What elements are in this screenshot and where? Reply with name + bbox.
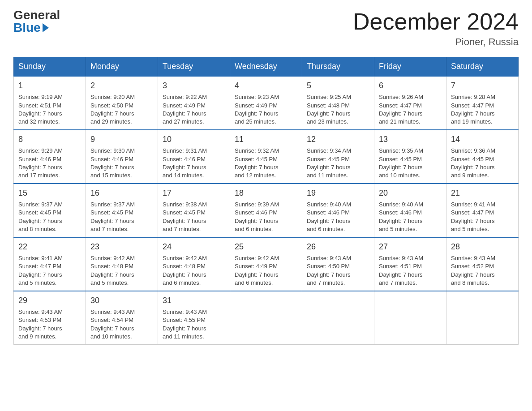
- weekday-header-tuesday: Tuesday: [158, 57, 230, 77]
- day-info: Sunrise: 9:43 AM Sunset: 4:52 PM Dayligh…: [451, 255, 495, 286]
- calendar-day-cell: 28Sunrise: 9:43 AM Sunset: 4:52 PM Dayli…: [446, 237, 519, 291]
- day-number: 31: [163, 295, 225, 306]
- calendar-day-cell: 20Sunrise: 9:40 AM Sunset: 4:46 PM Dayli…: [374, 184, 446, 237]
- day-info: Sunrise: 9:43 AM Sunset: 4:51 PM Dayligh…: [379, 255, 423, 286]
- day-info: Sunrise: 9:40 AM Sunset: 4:46 PM Dayligh…: [379, 201, 423, 232]
- location-label: Pioner, Russia: [353, 36, 519, 48]
- logo-blue-text: Blue: [13, 21, 49, 34]
- day-info: Sunrise: 9:29 AM Sunset: 4:46 PM Dayligh…: [18, 147, 63, 179]
- calendar-day-cell: 2Sunrise: 9:20 AM Sunset: 4:50 PM Daylig…: [86, 76, 158, 130]
- calendar-day-cell: 5Sunrise: 9:25 AM Sunset: 4:48 PM Daylig…: [302, 76, 374, 130]
- day-number: 27: [379, 241, 442, 253]
- day-number: 4: [235, 80, 297, 91]
- weekday-header-sunday: Sunday: [14, 57, 86, 77]
- calendar-day-cell: 31Sunrise: 9:43 AM Sunset: 4:55 PM Dayli…: [158, 291, 230, 344]
- calendar-day-cell: 18Sunrise: 9:39 AM Sunset: 4:46 PM Dayli…: [230, 184, 302, 237]
- day-number: 8: [18, 134, 81, 145]
- day-number: 20: [379, 188, 442, 199]
- day-info: Sunrise: 9:20 AM Sunset: 4:50 PM Dayligh…: [90, 94, 135, 125]
- day-number: 11: [235, 134, 297, 145]
- day-info: Sunrise: 9:28 AM Sunset: 4:47 PM Dayligh…: [451, 94, 495, 125]
- day-number: 3: [163, 80, 225, 91]
- calendar-day-cell: 11Sunrise: 9:32 AM Sunset: 4:45 PM Dayli…: [230, 130, 302, 184]
- day-info: Sunrise: 9:34 AM Sunset: 4:45 PM Dayligh…: [307, 147, 351, 179]
- day-number: 26: [307, 241, 369, 253]
- day-number: 21: [451, 188, 514, 199]
- day-number: 9: [90, 134, 153, 145]
- calendar-day-cell: [302, 291, 374, 344]
- calendar-table: SundayMondayTuesdayWednesdayThursdayFrid…: [13, 57, 519, 345]
- day-number: 13: [379, 134, 442, 145]
- day-info: Sunrise: 9:31 AM Sunset: 4:46 PM Dayligh…: [163, 147, 207, 179]
- calendar-day-cell: 30Sunrise: 9:43 AM Sunset: 4:54 PM Dayli…: [86, 291, 158, 344]
- day-info: Sunrise: 9:41 AM Sunset: 4:47 PM Dayligh…: [18, 255, 63, 286]
- logo: General Blue: [13, 9, 60, 34]
- day-number: 25: [235, 241, 297, 253]
- day-number: 28: [451, 241, 514, 253]
- calendar-day-cell: 1Sunrise: 9:19 AM Sunset: 4:51 PM Daylig…: [14, 76, 86, 130]
- day-number: 10: [163, 134, 225, 145]
- calendar-day-cell: 4Sunrise: 9:23 AM Sunset: 4:49 PM Daylig…: [230, 76, 302, 130]
- day-info: Sunrise: 9:42 AM Sunset: 4:48 PM Dayligh…: [90, 255, 135, 286]
- day-info: Sunrise: 9:26 AM Sunset: 4:47 PM Dayligh…: [379, 94, 423, 125]
- weekday-header-wednesday: Wednesday: [230, 57, 302, 77]
- day-number: 7: [451, 80, 514, 91]
- weekday-header-thursday: Thursday: [302, 57, 374, 77]
- day-number: 18: [235, 188, 297, 199]
- weekday-header-saturday: Saturday: [446, 57, 519, 77]
- day-info: Sunrise: 9:30 AM Sunset: 4:46 PM Dayligh…: [90, 147, 135, 179]
- day-info: Sunrise: 9:43 AM Sunset: 4:54 PM Dayligh…: [90, 308, 135, 340]
- page-header: General Blue December 2024 Pioner, Russi…: [13, 9, 519, 48]
- day-info: Sunrise: 9:22 AM Sunset: 4:49 PM Dayligh…: [163, 94, 207, 125]
- day-number: 12: [307, 134, 369, 145]
- day-info: Sunrise: 9:36 AM Sunset: 4:45 PM Dayligh…: [451, 147, 495, 179]
- day-info: Sunrise: 9:19 AM Sunset: 4:51 PM Dayligh…: [18, 94, 63, 125]
- day-number: 1: [18, 80, 81, 91]
- day-info: Sunrise: 9:42 AM Sunset: 4:49 PM Dayligh…: [235, 255, 279, 286]
- calendar-day-cell: [446, 291, 519, 344]
- calendar-day-cell: 29Sunrise: 9:43 AM Sunset: 4:53 PM Dayli…: [14, 291, 86, 344]
- day-info: Sunrise: 9:40 AM Sunset: 4:46 PM Dayligh…: [307, 201, 351, 232]
- calendar-day-cell: [230, 291, 302, 344]
- calendar-day-cell: 22Sunrise: 9:41 AM Sunset: 4:47 PM Dayli…: [14, 237, 86, 291]
- day-info: Sunrise: 9:35 AM Sunset: 4:45 PM Dayligh…: [379, 147, 423, 179]
- calendar-day-cell: 9Sunrise: 9:30 AM Sunset: 4:46 PM Daylig…: [86, 130, 158, 184]
- weekday-header-friday: Friday: [374, 57, 446, 77]
- calendar-day-cell: 13Sunrise: 9:35 AM Sunset: 4:45 PM Dayli…: [374, 130, 446, 184]
- calendar-day-cell: 23Sunrise: 9:42 AM Sunset: 4:48 PM Dayli…: [86, 237, 158, 291]
- calendar-day-cell: 17Sunrise: 9:38 AM Sunset: 4:45 PM Dayli…: [158, 184, 230, 237]
- weekday-header-row: SundayMondayTuesdayWednesdayThursdayFrid…: [14, 57, 519, 77]
- day-number: 30: [90, 295, 153, 306]
- calendar-day-cell: 26Sunrise: 9:43 AM Sunset: 4:50 PM Dayli…: [302, 237, 374, 291]
- day-info: Sunrise: 9:43 AM Sunset: 4:50 PM Dayligh…: [307, 255, 351, 286]
- calendar-day-cell: 25Sunrise: 9:42 AM Sunset: 4:49 PM Dayli…: [230, 237, 302, 291]
- day-info: Sunrise: 9:23 AM Sunset: 4:49 PM Dayligh…: [235, 94, 279, 125]
- day-info: Sunrise: 9:42 AM Sunset: 4:48 PM Dayligh…: [163, 255, 207, 286]
- day-number: 6: [379, 80, 442, 91]
- calendar-day-cell: 6Sunrise: 9:26 AM Sunset: 4:47 PM Daylig…: [374, 76, 446, 130]
- calendar-day-cell: [374, 291, 446, 344]
- calendar-day-cell: 12Sunrise: 9:34 AM Sunset: 4:45 PM Dayli…: [302, 130, 374, 184]
- day-info: Sunrise: 9:32 AM Sunset: 4:45 PM Dayligh…: [235, 147, 279, 179]
- calendar-day-cell: 3Sunrise: 9:22 AM Sunset: 4:49 PM Daylig…: [158, 76, 230, 130]
- day-number: 5: [307, 80, 369, 91]
- month-title: December 2024: [353, 9, 519, 34]
- day-info: Sunrise: 9:43 AM Sunset: 4:55 PM Dayligh…: [163, 308, 207, 340]
- day-info: Sunrise: 9:25 AM Sunset: 4:48 PM Dayligh…: [307, 94, 351, 125]
- calendar-day-cell: 16Sunrise: 9:37 AM Sunset: 4:45 PM Dayli…: [86, 184, 158, 237]
- day-number: 17: [163, 188, 225, 199]
- calendar-day-cell: 24Sunrise: 9:42 AM Sunset: 4:48 PM Dayli…: [158, 237, 230, 291]
- calendar-week-row: 1Sunrise: 9:19 AM Sunset: 4:51 PM Daylig…: [14, 76, 519, 130]
- day-number: 29: [18, 295, 81, 306]
- day-number: 19: [307, 188, 369, 199]
- calendar-day-cell: 7Sunrise: 9:28 AM Sunset: 4:47 PM Daylig…: [446, 76, 519, 130]
- calendar-day-cell: 19Sunrise: 9:40 AM Sunset: 4:46 PM Dayli…: [302, 184, 374, 237]
- title-block: December 2024 Pioner, Russia: [353, 9, 519, 48]
- calendar-day-cell: 8Sunrise: 9:29 AM Sunset: 4:46 PM Daylig…: [14, 130, 86, 184]
- day-number: 24: [163, 241, 225, 253]
- day-number: 22: [18, 241, 81, 253]
- calendar-week-row: 29Sunrise: 9:43 AM Sunset: 4:53 PM Dayli…: [14, 291, 519, 344]
- calendar-day-cell: 14Sunrise: 9:36 AM Sunset: 4:45 PM Dayli…: [446, 130, 519, 184]
- day-info: Sunrise: 9:43 AM Sunset: 4:53 PM Dayligh…: [18, 308, 63, 340]
- day-number: 15: [18, 188, 81, 199]
